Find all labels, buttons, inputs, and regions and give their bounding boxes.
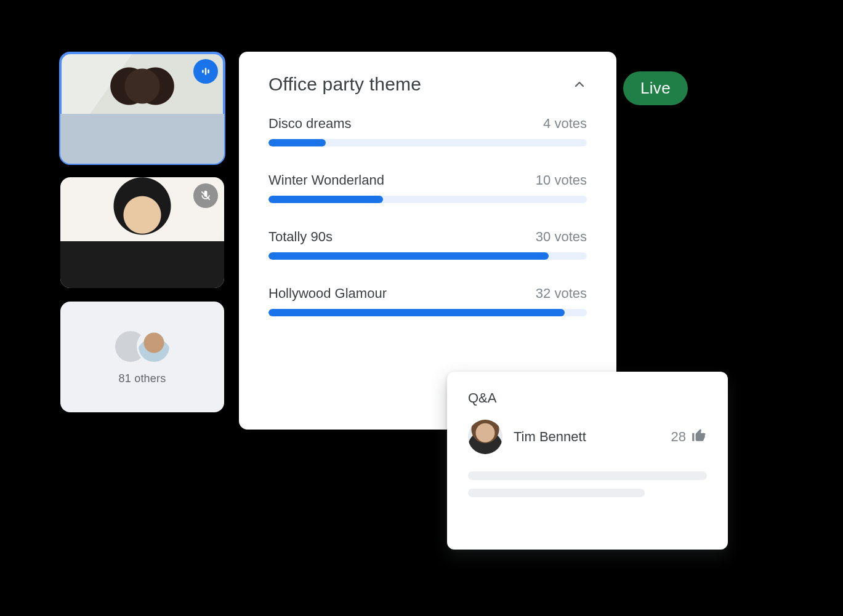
- thumbs-up-icon: [691, 427, 707, 447]
- others-tile[interactable]: 81 others: [60, 302, 224, 412]
- poll-bar-track: [268, 196, 587, 203]
- poll-option-label: Totally 90s: [268, 229, 333, 245]
- participant-tiles: 81 others: [60, 53, 224, 412]
- poll-option[interactable]: Totally 90s30 votes: [268, 229, 587, 260]
- collapse-poll-button[interactable]: [572, 77, 587, 92]
- qa-asker-name: Tim Bennett: [514, 429, 660, 445]
- qa-question-row[interactable]: Tim Bennett 28: [468, 420, 707, 454]
- poll-option[interactable]: Hollywood Glamour32 votes: [268, 286, 587, 316]
- poll-bar-fill: [268, 139, 326, 146]
- qa-title: Q&A: [468, 390, 707, 406]
- poll-option-votes: 4 votes: [543, 116, 587, 132]
- poll-option[interactable]: Winter Wonderland10 votes: [268, 172, 587, 203]
- poll-option-votes: 10 votes: [536, 172, 587, 188]
- participant-tile-2[interactable]: [60, 177, 224, 288]
- poll-title: Office party theme: [268, 74, 421, 95]
- poll-bar-fill: [268, 309, 565, 316]
- poll-bar-track: [268, 252, 587, 260]
- live-badge: Live: [623, 71, 688, 105]
- poll-option[interactable]: Disco dreams4 votes: [268, 116, 587, 146]
- upvote-count: 28: [671, 429, 686, 445]
- poll-bar-track: [268, 139, 587, 146]
- avatar: [468, 420, 502, 454]
- qa-text-placeholder: [468, 489, 645, 497]
- svg-rect-2: [208, 70, 209, 74]
- svg-rect-0: [202, 70, 204, 73]
- poll-option-label: Disco dreams: [268, 116, 351, 132]
- poll-bar-fill: [268, 196, 383, 203]
- others-count-label: 81 others: [119, 372, 166, 385]
- participant-tile-1[interactable]: [60, 53, 224, 164]
- others-avatars: [113, 329, 171, 364]
- chevron-up-icon: [572, 83, 587, 94]
- avatar: [137, 329, 171, 364]
- svg-rect-1: [205, 68, 207, 75]
- poll-option-votes: 30 votes: [536, 229, 587, 245]
- poll-bar-track: [268, 309, 587, 316]
- qa-card: Q&A Tim Bennett 28: [447, 372, 728, 550]
- qa-text-placeholder: [468, 471, 707, 480]
- poll-option-label: Hollywood Glamour: [268, 286, 387, 302]
- poll-bar-fill: [268, 252, 549, 260]
- poll-option-votes: 32 votes: [536, 286, 587, 302]
- upvote-button[interactable]: 28: [671, 427, 707, 447]
- mic-muted-icon: [193, 183, 218, 208]
- speaking-indicator-icon: [193, 59, 218, 84]
- poll-option-label: Winter Wonderland: [268, 172, 384, 188]
